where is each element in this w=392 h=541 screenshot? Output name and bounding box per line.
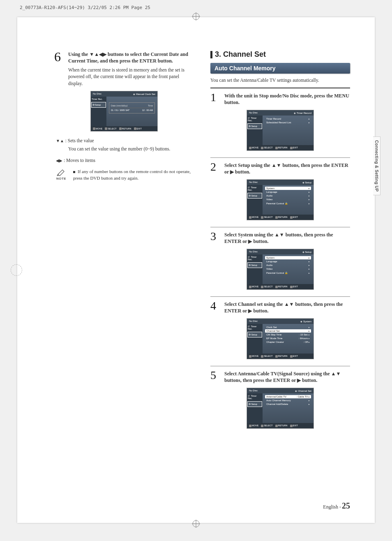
footer-exit: EXIT	[290, 216, 298, 219]
bullet-icon	[73, 171, 75, 173]
subsection-header: Auto Channel Memory	[210, 63, 350, 74]
step-2: 2 Select Setup using the ▲▼ buttons, the…	[210, 161, 350, 175]
step-1: 1 With the unit in Stop mode/No Disc mod…	[210, 92, 350, 106]
footer-select: SELECT	[261, 355, 272, 358]
content-area: 6 Using the ▼▲◀▶ buttons to select the C…	[17, 17, 375, 452]
note-block: NOTE If any of number buttons on the rem…	[54, 169, 194, 181]
osd-row: Scheduled Record List ▸	[265, 121, 311, 124]
osd-row: Timer Record ▸	[265, 117, 311, 120]
osd-row: Parental Control 🔒 ▸	[265, 271, 311, 275]
step-number: 6	[54, 50, 65, 64]
osd-timer-record: No Disc◈ Timer Record ⏱ Timer Rec. ⚙ Set…	[247, 110, 314, 151]
date-label: Date (mm/dd/yy)	[111, 104, 128, 107]
osd-no-disc: No Disc	[249, 111, 258, 114]
sidebar-timer-rec: ⏱ Timer Rec.	[247, 254, 263, 262]
osd-title: ◈ Channel Set	[295, 389, 311, 392]
osd-row: Channel Set ▸	[265, 329, 311, 333]
osd-row: Language ▸	[265, 190, 311, 194]
time-label: Time	[148, 104, 153, 107]
osd-no-disc: No Disc	[93, 92, 101, 95]
footer-move: MOVE	[249, 146, 258, 149]
osd-title: ◈ System	[300, 320, 311, 323]
footer-return: RETURN	[275, 285, 288, 288]
osd-channel-set: No Disc◈ Channel Set ⏱ Timer Rec. ⚙ Setu…	[247, 388, 314, 429]
crop-mark-top	[192, 12, 200, 21]
step-number: 2	[210, 161, 221, 175]
sidebar-setup: ⚙ Setup	[91, 102, 106, 108]
footer-select: SELECT	[105, 127, 116, 130]
footer-exit: EXIT	[290, 424, 298, 427]
note-label: NOTE	[54, 177, 68, 180]
footer-move: MOVE	[249, 216, 258, 219]
footer-exit: EXIT	[290, 355, 298, 358]
osd-setup-1: No Disc◈ Setup ⏱ Timer Rec. ⚙ Setup Syst…	[247, 179, 314, 220]
footer-move: MOVE	[249, 424, 258, 427]
osd-row: EP Mode Time: 6Hours ▸	[265, 337, 311, 340]
step-text: Select Antenna/Cable TV(Signal Source) u…	[224, 370, 350, 384]
sidebar-timer-rec: ⏱ Timer Rec.	[247, 116, 263, 123]
sidebar-timer-rec: ⏱ Timer Rec.	[247, 393, 263, 401]
osd-system: No Disc◈ System ⏱ Timer Rec. ⚙ Setup Clo…	[247, 318, 314, 359]
step-description: When the current time is stored in memor…	[68, 67, 194, 86]
note-text: If any of number buttons on the remote c…	[73, 169, 194, 181]
osd-no-disc: No Disc	[249, 181, 258, 184]
step-6: 6 Using the ▼▲◀▶ buttons to select the C…	[54, 50, 194, 64]
sidebar-setup: ⚙ Setup	[247, 401, 262, 407]
osd-no-disc: No Disc	[249, 250, 258, 253]
osd-row: Video ▸	[265, 198, 311, 201]
page-footer: English -25	[323, 501, 350, 511]
step-number: 5	[210, 370, 221, 384]
section-bar-icon	[210, 51, 212, 58]
date-value: 01 / 01 / 2005 SAT	[111, 109, 129, 111]
sidebar-setup: ⚙ Setup	[247, 123, 262, 129]
intro-text: You can set the Antenna/Cable TV setting…	[210, 78, 350, 83]
osd-no-disc: No Disc	[249, 320, 258, 323]
step-text: Select Setup using the ▲▼ buttons, then …	[224, 161, 350, 175]
triangle-icon: ▼▲	[56, 139, 64, 143]
step-number: 3	[210, 231, 221, 245]
crop-mark-bottom	[192, 520, 200, 528]
annotation-updown: ▼▲ : Sets the value	[56, 138, 194, 143]
osd-clock-set: No Disc ◈ Manual Clock Set Timer Rec. ⚙ …	[90, 91, 158, 132]
step-text: Using the ▼▲◀▶ buttons to select the Cur…	[68, 50, 194, 64]
section-header: 3. Channel Set	[210, 50, 350, 59]
osd-row: CM Skip Time: 15 Sec ▸	[265, 333, 311, 336]
annotation-updown-desc: You can set the value using the number (…	[68, 146, 194, 152]
osd-row: Clock Set ▸	[265, 326, 311, 329]
step-4: 4 Select Channel set using the ▲▼ button…	[210, 300, 350, 314]
osd-no-disc: No Disc	[249, 389, 258, 392]
osd-title: ◈ Manual Clock Set	[133, 92, 155, 95]
step-number: 4	[210, 300, 221, 314]
footer-return: RETURN	[275, 424, 288, 427]
osd-row: Channel Add/Delete ▸	[265, 402, 311, 406]
footer-select: SELECT	[261, 424, 272, 427]
step-text: With the unit in Stop mode/No Disc mode,…	[224, 92, 350, 106]
osd-row: Parental Control 🔒 ▸	[265, 201, 311, 205]
footer-exit: EXIT	[290, 285, 298, 288]
footer-exit: EXIT	[290, 146, 298, 149]
page-number: 25	[342, 501, 350, 510]
osd-row: Audio ▸	[265, 264, 311, 267]
print-header: 2_00773A-R120-AFS(14~29) 3/22/05 2:26 PM…	[20, 5, 150, 10]
annotation-leftright: ◀▶ : Moves to items	[56, 158, 194, 163]
osd-title: ◈ Setup	[302, 250, 311, 253]
footer-move: MOVE	[249, 285, 258, 288]
footer-exit: EXIT	[134, 127, 142, 130]
sidebar-setup: ⚙ Setup	[247, 262, 262, 268]
footer-return: RETURN	[275, 216, 288, 219]
left-column: 6 Using the ▼▲◀▶ buttons to select the C…	[54, 50, 194, 435]
note-icon: NOTE	[54, 169, 68, 180]
sidebar-setup: ⚙ Setup	[247, 332, 262, 338]
page: 2_00773A-R120-AFS(14~29) 3/22/05 2:26 PM…	[17, 17, 375, 523]
osd-row: Antenna/Cable TV: Cable TV ▸	[265, 395, 311, 398]
side-tab: Connecting & Setting UP	[373, 136, 380, 195]
osd-row: Chapter Creator: Off ▸	[265, 340, 311, 344]
footer-return: RETURN	[275, 355, 288, 358]
sidebar-setup: ⚙ Setup	[247, 193, 262, 199]
osd-setup-2: No Disc◈ Setup ⏱ Timer Rec. ⚙ Setup Syst…	[247, 249, 314, 290]
sidebar-timer-rec: Timer Rec.	[91, 97, 106, 102]
section-title: 3. Channel Set	[215, 50, 266, 59]
sidebar-timer-rec: ⏱ Timer Rec.	[247, 185, 263, 192]
osd-row: Auto Channel Memory ▸	[265, 399, 311, 402]
osd-row: Language ▸	[265, 260, 311, 263]
